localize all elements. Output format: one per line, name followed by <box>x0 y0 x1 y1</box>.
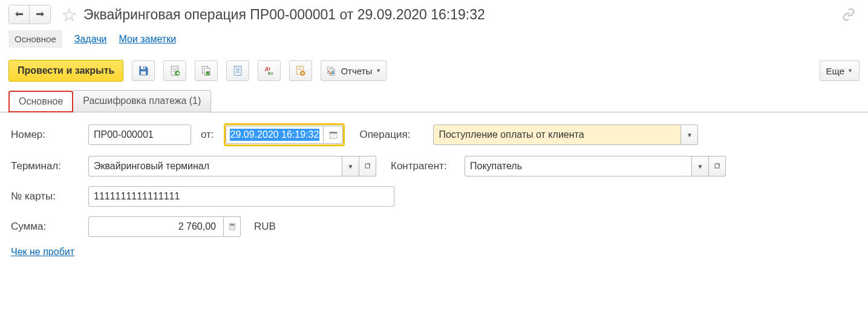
caret-down-icon: ▼ <box>847 68 853 74</box>
more-dropdown[interactable]: Еще ▼ <box>820 60 860 81</box>
currency-label: RUB <box>254 221 276 233</box>
sum-input[interactable] <box>88 216 224 237</box>
svg-rect-19 <box>330 73 331 74</box>
sum-label: Сумма: <box>11 221 81 233</box>
svg-point-28 <box>230 227 231 227</box>
svg-point-29 <box>232 227 232 227</box>
card-input[interactable] <box>88 186 394 207</box>
svg-rect-27 <box>230 224 234 225</box>
counterparty-open-button[interactable] <box>709 156 726 176</box>
number-input[interactable] <box>88 125 191 145</box>
nav-tab-tasks[interactable]: Задачи <box>74 34 107 45</box>
reports-dropdown[interactable]: Отчеты ▼ <box>321 60 387 81</box>
svg-point-7 <box>206 71 210 76</box>
calendar-button[interactable] <box>324 126 343 144</box>
svg-rect-20 <box>331 71 333 74</box>
forward-button[interactable]: 🠪 <box>30 5 50 24</box>
nav-history-buttons: 🠨 🠪 <box>8 5 51 24</box>
svg-point-32 <box>232 228 232 228</box>
counterparty-dropdown-button[interactable]: ▼ <box>692 156 709 176</box>
debit-credit-button[interactable]: ДтКт <box>258 60 281 81</box>
from-label: от: <box>201 129 214 141</box>
date-input[interactable]: 29.09.2020 16:19:32 <box>226 126 324 144</box>
post-and-close-button[interactable]: Провести и закрыть <box>8 60 123 82</box>
svg-rect-0 <box>141 66 146 70</box>
terminal-dropdown-button[interactable]: ▼ <box>342 156 359 176</box>
back-button[interactable]: 🠨 <box>9 5 30 24</box>
svg-rect-23 <box>330 132 337 134</box>
link-icon[interactable] <box>840 6 857 23</box>
svg-point-31 <box>230 228 231 228</box>
terminal-select[interactable]: Эквайринговый терминал <box>88 156 342 176</box>
tab-payment-decode[interactable]: Расшифровка платежа (1) <box>73 90 211 112</box>
page-title: Эквайринговая операция ПР00-000001 от 29… <box>83 7 840 23</box>
copy-document-button[interactable] <box>195 60 218 81</box>
operation-select[interactable]: Поступление оплаты от клиента <box>433 125 681 145</box>
terminal-open-button[interactable] <box>359 156 376 176</box>
reports-label: Отчеты <box>341 66 372 76</box>
svg-point-33 <box>233 228 233 228</box>
terminal-label: Терминал: <box>11 160 81 172</box>
more-label: Еще <box>826 66 845 76</box>
counterparty-label: Контрагент: <box>391 160 457 172</box>
card-label: № карты: <box>11 190 81 202</box>
svg-rect-2 <box>143 66 145 68</box>
svg-rect-25 <box>715 164 719 168</box>
post-button[interactable] <box>163 60 186 81</box>
svg-point-30 <box>233 227 233 227</box>
save-button[interactable] <box>132 60 155 81</box>
svg-rect-21 <box>333 70 334 74</box>
tab-main[interactable]: Основное <box>8 91 73 112</box>
settings-button[interactable] <box>289 60 312 81</box>
svg-rect-24 <box>365 164 370 168</box>
counterparty-select[interactable]: Покупатель <box>465 156 692 176</box>
calculator-button[interactable] <box>224 216 241 237</box>
svg-point-13 <box>302 73 304 74</box>
nav-tab-main[interactable]: Основное <box>8 30 62 48</box>
nav-tab-notes[interactable]: Мои заметки <box>119 34 176 45</box>
number-label: Номер: <box>11 129 81 141</box>
svg-rect-8 <box>235 66 242 76</box>
svg-text:Кт: Кт <box>269 71 274 76</box>
caret-down-icon: ▼ <box>376 68 381 74</box>
operation-label: Операция: <box>359 129 426 141</box>
document-list-button[interactable] <box>226 60 249 81</box>
svg-rect-1 <box>141 71 146 75</box>
favorite-star-icon[interactable]: ☆ <box>59 5 79 24</box>
receipt-status-link[interactable]: Чек не пробит <box>11 247 74 257</box>
operation-dropdown-button[interactable]: ▼ <box>681 125 698 145</box>
